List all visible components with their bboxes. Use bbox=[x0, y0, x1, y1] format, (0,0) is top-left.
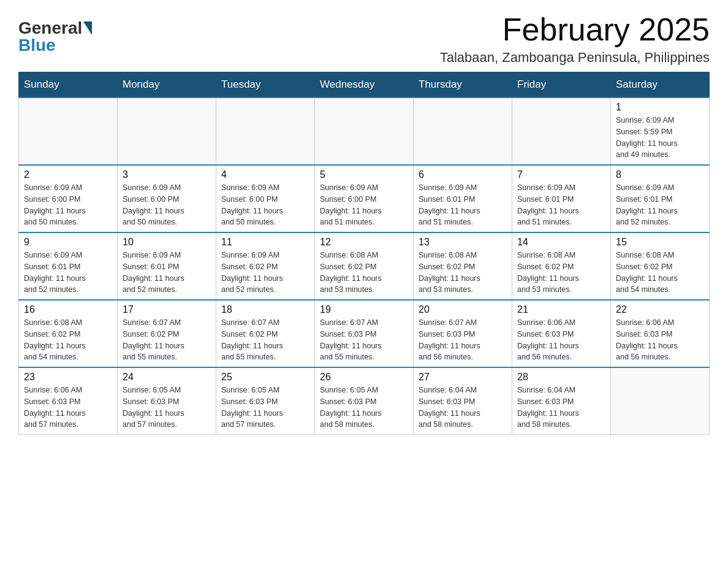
day-info: Sunrise: 6:08 AMSunset: 6:02 PMDaylight:… bbox=[616, 250, 704, 296]
calendar-cell: 2Sunrise: 6:09 AMSunset: 6:00 PMDaylight… bbox=[19, 165, 118, 232]
calendar-cell bbox=[512, 98, 611, 165]
week-row-3: 9Sunrise: 6:09 AMSunset: 6:01 PMDaylight… bbox=[19, 232, 710, 300]
calendar-cell: 13Sunrise: 6:08 AMSunset: 6:02 PMDayligh… bbox=[414, 232, 512, 300]
day-number: 2 bbox=[24, 169, 112, 180]
calendar-cell: 14Sunrise: 6:08 AMSunset: 6:02 PMDayligh… bbox=[512, 232, 611, 300]
day-info: Sunrise: 6:07 AMSunset: 6:02 PMDaylight:… bbox=[221, 317, 309, 363]
day-number: 15 bbox=[616, 237, 704, 248]
day-info: Sunrise: 6:09 AMSunset: 5:59 PMDaylight:… bbox=[616, 115, 704, 161]
calendar-cell: 1Sunrise: 6:09 AMSunset: 5:59 PMDaylight… bbox=[611, 98, 710, 165]
day-info: Sunrise: 6:09 AMSunset: 6:01 PMDaylight:… bbox=[24, 250, 112, 296]
day-info: Sunrise: 6:07 AMSunset: 6:02 PMDaylight:… bbox=[123, 317, 211, 363]
weekday-header-sunday: Sunday bbox=[19, 72, 118, 98]
location-title: Talabaan, Zamboanga Peninsula, Philippin… bbox=[440, 50, 710, 66]
day-number: 27 bbox=[419, 372, 507, 383]
day-number: 16 bbox=[24, 304, 112, 315]
weekday-header-tuesday: Tuesday bbox=[216, 72, 315, 98]
day-info: Sunrise: 6:09 AMSunset: 6:01 PMDaylight:… bbox=[419, 182, 507, 228]
day-info: Sunrise: 6:09 AMSunset: 6:00 PMDaylight:… bbox=[24, 182, 112, 228]
calendar-cell bbox=[611, 367, 710, 435]
day-number: 1 bbox=[616, 102, 704, 113]
week-row-5: 23Sunrise: 6:06 AMSunset: 6:03 PMDayligh… bbox=[19, 367, 710, 435]
day-info: Sunrise: 6:09 AMSunset: 6:02 PMDaylight:… bbox=[221, 250, 309, 296]
day-info: Sunrise: 6:05 AMSunset: 6:03 PMDaylight:… bbox=[320, 385, 408, 431]
day-number: 6 bbox=[419, 169, 507, 180]
weekday-header-saturday: Saturday bbox=[611, 72, 710, 98]
calendar-cell: 6Sunrise: 6:09 AMSunset: 6:01 PMDaylight… bbox=[414, 165, 512, 232]
day-number: 10 bbox=[123, 237, 211, 248]
calendar-cell: 5Sunrise: 6:09 AMSunset: 6:00 PMDaylight… bbox=[315, 165, 414, 232]
day-number: 20 bbox=[419, 304, 507, 315]
calendar-cell: 16Sunrise: 6:08 AMSunset: 6:02 PMDayligh… bbox=[19, 300, 118, 367]
day-number: 7 bbox=[517, 169, 605, 180]
day-number: 24 bbox=[123, 372, 211, 383]
calendar-cell: 8Sunrise: 6:09 AMSunset: 6:01 PMDaylight… bbox=[611, 165, 710, 232]
calendar-cell bbox=[118, 98, 216, 165]
calendar-cell: 28Sunrise: 6:04 AMSunset: 6:03 PMDayligh… bbox=[512, 367, 611, 435]
day-number: 4 bbox=[221, 169, 309, 180]
calendar-table: SundayMondayTuesdayWednesdayThursdayFrid… bbox=[18, 72, 710, 435]
day-info: Sunrise: 6:04 AMSunset: 6:03 PMDaylight:… bbox=[419, 385, 507, 431]
header: General Blue February 2025 Talabaan, Zam… bbox=[18, 12, 710, 66]
calendar-cell: 20Sunrise: 6:07 AMSunset: 6:03 PMDayligh… bbox=[414, 300, 512, 367]
day-number: 19 bbox=[320, 304, 408, 315]
weekday-header-monday: Monday bbox=[118, 72, 216, 98]
day-number: 25 bbox=[221, 372, 309, 383]
calendar-cell bbox=[414, 98, 512, 165]
day-info: Sunrise: 6:08 AMSunset: 6:02 PMDaylight:… bbox=[320, 250, 408, 296]
day-info: Sunrise: 6:09 AMSunset: 6:00 PMDaylight:… bbox=[221, 182, 309, 228]
calendar-cell: 10Sunrise: 6:09 AMSunset: 6:01 PMDayligh… bbox=[118, 232, 216, 300]
weekday-header-thursday: Thursday bbox=[414, 72, 512, 98]
day-info: Sunrise: 6:09 AMSunset: 6:01 PMDaylight:… bbox=[517, 182, 605, 228]
day-info: Sunrise: 6:05 AMSunset: 6:03 PMDaylight:… bbox=[221, 385, 309, 431]
day-info: Sunrise: 6:09 AMSunset: 6:01 PMDaylight:… bbox=[616, 182, 704, 228]
day-info: Sunrise: 6:05 AMSunset: 6:03 PMDaylight:… bbox=[123, 385, 211, 431]
calendar-cell bbox=[315, 98, 414, 165]
calendar-cell: 12Sunrise: 6:08 AMSunset: 6:02 PMDayligh… bbox=[315, 232, 414, 300]
calendar-cell bbox=[216, 98, 315, 165]
day-info: Sunrise: 6:09 AMSunset: 6:01 PMDaylight:… bbox=[123, 250, 211, 296]
day-number: 13 bbox=[419, 237, 507, 248]
weekday-header-wednesday: Wednesday bbox=[315, 72, 414, 98]
day-number: 28 bbox=[517, 372, 605, 383]
day-number: 11 bbox=[221, 237, 309, 248]
calendar-cell: 19Sunrise: 6:07 AMSunset: 6:03 PMDayligh… bbox=[315, 300, 414, 367]
calendar-cell: 24Sunrise: 6:05 AMSunset: 6:03 PMDayligh… bbox=[118, 367, 216, 435]
weekday-header-row: SundayMondayTuesdayWednesdayThursdayFrid… bbox=[19, 72, 710, 98]
week-row-2: 2Sunrise: 6:09 AMSunset: 6:00 PMDaylight… bbox=[19, 165, 710, 232]
day-info: Sunrise: 6:09 AMSunset: 6:00 PMDaylight:… bbox=[123, 182, 211, 228]
calendar-cell: 21Sunrise: 6:06 AMSunset: 6:03 PMDayligh… bbox=[512, 300, 611, 367]
day-info: Sunrise: 6:08 AMSunset: 6:02 PMDaylight:… bbox=[419, 250, 507, 296]
calendar-cell: 15Sunrise: 6:08 AMSunset: 6:02 PMDayligh… bbox=[611, 232, 710, 300]
calendar-cell: 23Sunrise: 6:06 AMSunset: 6:03 PMDayligh… bbox=[19, 367, 118, 435]
calendar-cell: 18Sunrise: 6:07 AMSunset: 6:02 PMDayligh… bbox=[216, 300, 315, 367]
day-number: 8 bbox=[616, 169, 704, 180]
day-info: Sunrise: 6:08 AMSunset: 6:02 PMDaylight:… bbox=[517, 250, 605, 296]
logo-blue-text: Blue bbox=[18, 36, 56, 55]
day-info: Sunrise: 6:07 AMSunset: 6:03 PMDaylight:… bbox=[419, 317, 507, 363]
day-number: 17 bbox=[123, 304, 211, 315]
week-row-4: 16Sunrise: 6:08 AMSunset: 6:02 PMDayligh… bbox=[19, 300, 710, 367]
title-area: February 2025 Talabaan, Zamboanga Penins… bbox=[440, 12, 710, 66]
calendar-cell: 27Sunrise: 6:04 AMSunset: 6:03 PMDayligh… bbox=[414, 367, 512, 435]
day-number: 26 bbox=[320, 372, 408, 383]
calendar-cell: 26Sunrise: 6:05 AMSunset: 6:03 PMDayligh… bbox=[315, 367, 414, 435]
calendar-cell: 7Sunrise: 6:09 AMSunset: 6:01 PMDaylight… bbox=[512, 165, 611, 232]
calendar-cell bbox=[19, 98, 118, 165]
day-info: Sunrise: 6:08 AMSunset: 6:02 PMDaylight:… bbox=[24, 317, 112, 363]
day-number: 9 bbox=[24, 237, 112, 248]
day-info: Sunrise: 6:07 AMSunset: 6:03 PMDaylight:… bbox=[320, 317, 408, 363]
calendar-cell: 11Sunrise: 6:09 AMSunset: 6:02 PMDayligh… bbox=[216, 232, 315, 300]
month-title: February 2025 bbox=[440, 12, 710, 47]
day-number: 3 bbox=[123, 169, 211, 180]
logo-arrow-icon bbox=[83, 21, 92, 35]
day-number: 23 bbox=[24, 372, 112, 383]
day-number: 21 bbox=[517, 304, 605, 315]
calendar-cell: 3Sunrise: 6:09 AMSunset: 6:00 PMDaylight… bbox=[118, 165, 216, 232]
day-info: Sunrise: 6:06 AMSunset: 6:03 PMDaylight:… bbox=[616, 317, 704, 363]
calendar-cell: 9Sunrise: 6:09 AMSunset: 6:01 PMDaylight… bbox=[19, 232, 118, 300]
weekday-header-friday: Friday bbox=[512, 72, 611, 98]
day-info: Sunrise: 6:09 AMSunset: 6:00 PMDaylight:… bbox=[320, 182, 408, 228]
day-number: 12 bbox=[320, 237, 408, 248]
calendar-cell: 22Sunrise: 6:06 AMSunset: 6:03 PMDayligh… bbox=[611, 300, 710, 367]
